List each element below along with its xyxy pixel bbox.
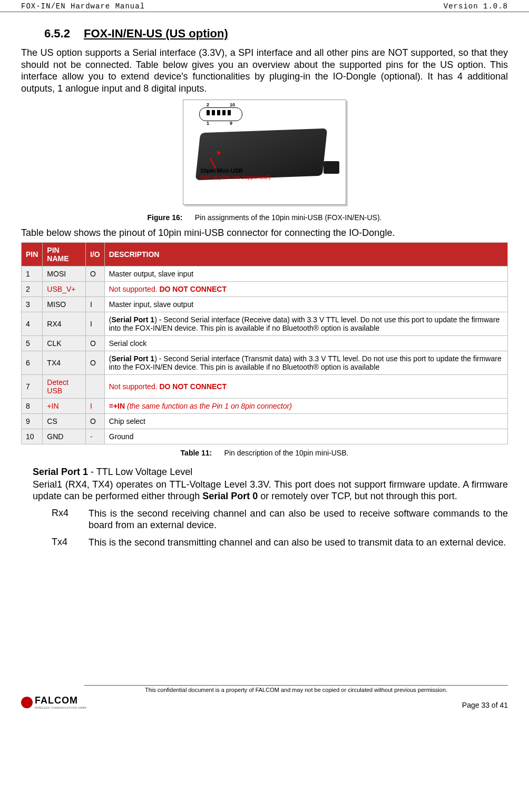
cell-pin: 10	[22, 429, 43, 444]
cell-description: Chip select	[104, 413, 507, 429]
cell-io: I	[86, 398, 105, 413]
conn-pin-label: 10	[230, 102, 235, 107]
cell-pin-name: +IN	[43, 398, 86, 413]
conn-pin-label: 9	[230, 121, 232, 126]
cell-io: -	[86, 429, 105, 444]
table-row: 5CLKOSerial clock	[22, 335, 508, 351]
definition-term: Tx4	[52, 537, 89, 549]
definition-desc: This is the second transmitting channel …	[89, 537, 508, 549]
cell-description: Not supported. DO NOT CONNECT	[104, 281, 507, 296]
definition-desc: This is the second receiving channel and…	[89, 508, 508, 531]
section-heading: 6.5.2 FOX-IN/EN-US (US option)	[44, 27, 508, 41]
footer-disclaimer: This confidential document is a property…	[84, 687, 508, 693]
cell-io: I	[86, 296, 105, 312]
table-row: 4RX4I(Serial Port 1) - Second Serial int…	[22, 312, 508, 335]
intro-paragraph: The US option supports a Serial interfac…	[21, 47, 508, 94]
th-pin: PIN	[22, 242, 43, 266]
usb-label-warning: (not all pins are supported!)	[200, 174, 271, 180]
table-header-row: PIN PIN NAME I/O DESCRIPTION	[22, 242, 508, 266]
cell-pin: 8	[22, 398, 43, 413]
page-number: Page 33 of 41	[462, 701, 508, 709]
pinout-table: PIN PIN NAME I/O DESCRIPTION 1MOSIOMaste…	[21, 242, 508, 444]
table-row: 10GND-Ground	[22, 429, 508, 444]
cell-pin: 3	[22, 296, 43, 312]
cell-description: (Serial Port 1) - Second Serial interfac…	[104, 312, 507, 335]
logo-icon	[21, 697, 33, 708]
cell-description: Master output, slave input	[104, 266, 507, 281]
cell-pin-name: MISO	[43, 296, 86, 312]
section-number: 6.5.2	[44, 27, 70, 41]
cell-pin: 7	[22, 374, 43, 398]
cell-io: O	[86, 413, 105, 429]
cell-description: Ground	[104, 429, 507, 444]
cell-pin: 6	[22, 351, 43, 374]
cell-description: Master input, slave output	[104, 296, 507, 312]
conn-pin-label: 1	[207, 121, 209, 126]
cell-pin-name: USB_V+	[43, 281, 86, 296]
logo-text: FALCOM	[35, 695, 86, 706]
figure-caption-text: Pin assignments of the 10pin mini-USB (F…	[195, 213, 382, 222]
table-caption: Table 11: Pin description of the 10pin m…	[21, 449, 508, 457]
cell-pin-name: TX4	[43, 351, 86, 374]
cell-description: =+IN (the same function as the Pin 1 on …	[104, 398, 507, 413]
figure-caption: Figure 16: Pin assignments of the 10pin …	[21, 213, 508, 222]
cell-pin-name: GND	[43, 429, 86, 444]
serial-port-section: Serial Port 1 - TTL Low Voltage Level Se…	[33, 467, 508, 549]
table-caption-text: Pin description of the 10pin mini-USB.	[224, 449, 349, 457]
table-row: 8+INI=+IN (the same function as the Pin …	[22, 398, 508, 413]
cell-io	[86, 281, 105, 296]
sp-body-post: or remotely over TCP, but not through th…	[258, 491, 457, 501]
th-io: I/O	[86, 242, 105, 266]
cell-pin: 5	[22, 335, 43, 351]
cell-description: Not supported. DO NOT CONNECT	[104, 374, 507, 398]
cell-pin-name: RX4	[43, 312, 86, 335]
cell-io	[86, 374, 105, 398]
definition-row: Rx4This is the second receiving channel …	[52, 508, 508, 531]
cell-description: (Serial Port 1) - Second Serial interfac…	[104, 351, 507, 374]
cell-pin-name: Detect USB	[43, 374, 86, 398]
page-header: FOX-IN/EN Hardware Manual Version 1.0.8	[0, 0, 529, 12]
cell-pin-name: MOSI	[43, 266, 86, 281]
cell-io: O	[86, 335, 105, 351]
falcom-logo: FALCOM WIRELESS COMMUNICATIONS GMBH	[21, 695, 86, 709]
table-row: 6TX4O(Serial Port 1) - Second Serial int…	[22, 351, 508, 374]
header-right: Version 1.0.8	[444, 2, 508, 11]
section-name: FOX-IN/EN-US (US option)	[84, 27, 228, 40]
serial-port-title: Serial Port 1 - TTL Low Voltage Level	[33, 467, 508, 478]
cell-pin: 4	[22, 312, 43, 335]
device-illustration: 2 10 1 9 10pin Mini-USB (not all pins ar…	[183, 100, 346, 205]
table-intro: Table below shows the pinout of 10pin mi…	[21, 227, 508, 239]
usb-callout-label: 10pin Mini-USB (not all pins are support…	[200, 167, 271, 180]
sp-body-bold: Serial Port 0	[202, 491, 258, 501]
cell-description: Serial clock	[104, 335, 507, 351]
th-name: PIN NAME	[43, 242, 86, 266]
definition-list: Rx4This is the second receiving channel …	[52, 508, 508, 549]
table-row: 9CSOChip select	[22, 413, 508, 429]
cell-io: O	[86, 266, 105, 281]
cell-pin: 2	[22, 281, 43, 296]
table-row: 7Detect USBNot supported. DO NOT CONNECT	[22, 374, 508, 398]
cell-io: O	[86, 351, 105, 374]
logo-subtitle: WIRELESS COMMUNICATIONS GMBH	[35, 706, 86, 709]
header-left: FOX-IN/EN Hardware Manual	[21, 2, 145, 11]
table-row: 2USB_V+Not supported. DO NOT CONNECT	[22, 281, 508, 296]
page-footer: This confidential document is a property…	[0, 685, 529, 716]
cell-pin: 1	[22, 266, 43, 281]
definition-row: Tx4This is the second transmitting chann…	[52, 537, 508, 549]
conn-pin-label: 2	[207, 102, 209, 107]
table-caption-label: Table 11:	[181, 449, 212, 457]
cell-pin: 9	[22, 413, 43, 429]
serial-port-title-bold: Serial Port 1	[33, 467, 88, 477]
serial-port-body: Serial1 (RX4, TX4) operates on TTL-Volta…	[33, 479, 508, 502]
cell-pin-name: CLK	[43, 335, 86, 351]
cell-pin-name: CS	[43, 413, 86, 429]
figure-container: 2 10 1 9 10pin Mini-USB (not all pins ar…	[21, 100, 508, 222]
device-plug	[324, 161, 339, 174]
usb-label-line1: 10pin Mini-USB	[200, 167, 243, 174]
definition-term: Rx4	[52, 508, 89, 531]
figure-caption-label: Figure 16:	[147, 213, 182, 222]
cell-io: I	[86, 312, 105, 335]
serial-port-title-rest: - TTL Low Voltage Level	[88, 467, 192, 477]
table-row: 1MOSIOMaster output, slave input	[22, 266, 508, 281]
table-row: 3MISOIMaster input, slave output	[22, 296, 508, 312]
